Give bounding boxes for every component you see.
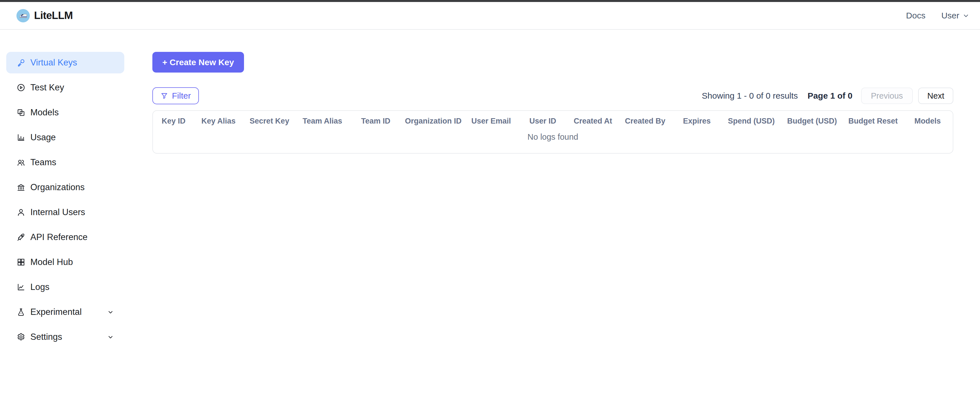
sidebar-item-settings[interactable]: Settings bbox=[6, 326, 124, 348]
app-root: LiteLLM Docs User Virtual Keys Test Key … bbox=[0, 0, 980, 351]
sidebar-item-api-reference[interactable]: API Reference bbox=[6, 227, 124, 248]
sidebar-item-teams[interactable]: Teams bbox=[6, 152, 124, 173]
sidebar-item-test-key[interactable]: Test Key bbox=[6, 77, 124, 98]
sidebar-item-logs[interactable]: Logs bbox=[6, 276, 124, 298]
sidebar-item-label: Internal Users bbox=[30, 207, 85, 217]
layout: Virtual Keys Test Key Models Usage Teams… bbox=[0, 30, 980, 351]
column-header-organization-id: Organization ID bbox=[403, 117, 464, 125]
sidebar-item-label: API Reference bbox=[30, 232, 88, 242]
column-header-secret-key: Secret Key bbox=[243, 117, 296, 125]
sidebar-item-models[interactable]: Models bbox=[6, 102, 124, 123]
rocket-icon bbox=[16, 233, 25, 242]
chevron-down-icon bbox=[107, 309, 114, 316]
litellm-train-logo-icon bbox=[16, 9, 30, 22]
brand-name: LiteLLM bbox=[34, 10, 73, 22]
filter-button[interactable]: Filter bbox=[152, 87, 199, 104]
sidebar: Virtual Keys Test Key Models Usage Teams… bbox=[0, 30, 130, 351]
virtual-keys-table: Key IDKey AliasSecret KeyTeam AliasTeam … bbox=[152, 110, 953, 154]
gear-icon bbox=[16, 333, 25, 341]
key-icon bbox=[16, 58, 25, 67]
chevron-down-icon bbox=[107, 334, 114, 341]
create-new-key-button[interactable]: + Create New Key bbox=[152, 52, 244, 73]
sidebar-item-usage[interactable]: Usage bbox=[6, 127, 124, 148]
sidebar-item-model-hub[interactable]: Model Hub bbox=[6, 251, 124, 273]
main-content: + Create New Key Filter Showing 1 - 0 of… bbox=[130, 30, 980, 351]
brand[interactable]: LiteLLM bbox=[16, 9, 73, 22]
toolbar: Filter Showing 1 - 0 of 0 results Page 1… bbox=[152, 87, 953, 104]
line-chart-icon bbox=[16, 282, 25, 292]
grid-icon bbox=[16, 258, 25, 267]
column-header-budget-reset: Budget Reset bbox=[844, 117, 902, 125]
sidebar-item-label: Test Key bbox=[30, 82, 64, 93]
sidebar-item-label: Experimental bbox=[30, 307, 82, 317]
next-page-button[interactable]: Next bbox=[918, 87, 953, 104]
sidebar-item-label: Settings bbox=[30, 332, 62, 342]
column-header-key-id: Key ID bbox=[153, 117, 194, 125]
column-header-key-alias: Key Alias bbox=[194, 117, 243, 125]
sidebar-item-label: Model Hub bbox=[30, 257, 73, 267]
chevron-down-icon bbox=[962, 12, 970, 19]
table-header-row: Key IDKey AliasSecret KeyTeam AliasTeam … bbox=[153, 111, 953, 129]
bank-icon bbox=[16, 183, 25, 192]
sidebar-item-label: Models bbox=[30, 108, 59, 117]
sidebar-item-label: Virtual Keys bbox=[30, 57, 77, 68]
column-header-expires: Expires bbox=[671, 117, 722, 125]
user-menu-label: User bbox=[942, 11, 959, 21]
sidebar-item-label: Usage bbox=[30, 132, 56, 143]
flask-icon bbox=[16, 307, 25, 317]
bar-chart-icon bbox=[16, 133, 25, 142]
sidebar-item-experimental[interactable]: Experimental bbox=[6, 301, 124, 323]
column-header-user-email: User Email bbox=[464, 117, 519, 125]
sidebar-item-virtual-keys[interactable]: Virtual Keys bbox=[6, 52, 124, 73]
app-header: LiteLLM Docs User bbox=[0, 2, 980, 30]
column-header-created-by: Created By bbox=[619, 117, 671, 125]
column-header-user-id: User ID bbox=[519, 117, 567, 125]
top-accent-bar bbox=[0, 0, 980, 2]
sidebar-item-organizations[interactable]: Organizations bbox=[6, 177, 124, 198]
user-menu[interactable]: User bbox=[942, 11, 970, 21]
docs-link[interactable]: Docs bbox=[906, 11, 925, 21]
column-header-models: Models bbox=[902, 117, 953, 125]
sidebar-item-label: Organizations bbox=[30, 182, 84, 192]
sidebar-item-label: Teams bbox=[30, 157, 56, 168]
sidebar-item-label: Logs bbox=[30, 282, 49, 292]
column-header-team-alias: Team Alias bbox=[296, 117, 349, 125]
pagination: Showing 1 - 0 of 0 results Page 1 of 0 P… bbox=[702, 87, 953, 104]
filter-button-label: Filter bbox=[172, 91, 191, 101]
team-icon bbox=[16, 158, 25, 167]
previous-page-button[interactable]: Previous bbox=[861, 87, 913, 104]
play-circle-icon bbox=[16, 83, 25, 92]
sidebar-item-internal-users[interactable]: Internal Users bbox=[6, 201, 124, 223]
column-header-budget-usd: Budget (USD) bbox=[780, 117, 844, 125]
page-indicator: Page 1 of 0 bbox=[808, 91, 852, 101]
column-header-team-id: Team ID bbox=[349, 117, 403, 125]
filter-funnel-icon bbox=[160, 92, 168, 100]
results-count: Showing 1 - 0 of 0 results bbox=[702, 91, 798, 101]
table-empty-state: No logs found bbox=[153, 129, 953, 153]
user-icon bbox=[16, 208, 25, 217]
blocks-icon bbox=[16, 108, 25, 117]
column-header-spend-usd: Spend (USD) bbox=[722, 117, 781, 125]
header-links: Docs User bbox=[906, 11, 970, 21]
column-header-created-at: Created At bbox=[567, 117, 619, 125]
